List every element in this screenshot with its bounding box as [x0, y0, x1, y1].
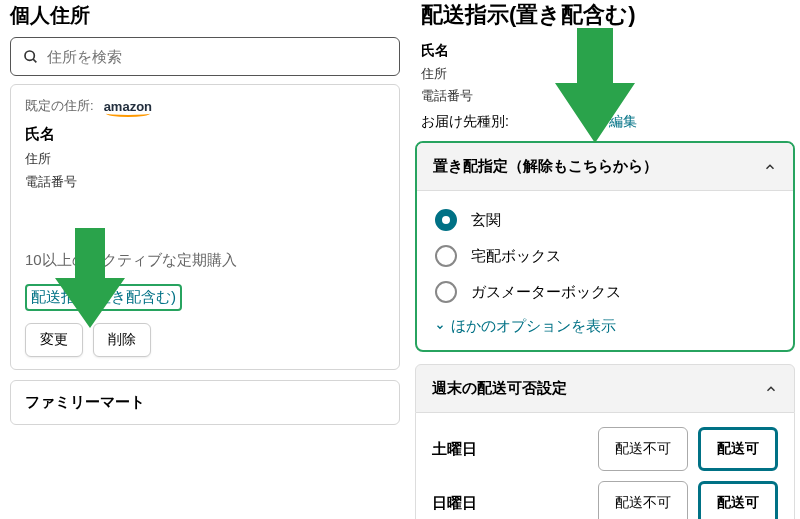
radio-label: 玄関 [471, 211, 501, 230]
radio-icon [435, 281, 457, 303]
left-panel: 個人住所 既定の住所: amazon 氏名 住所 電話番号 10以上のアクティブ… [10, 2, 400, 425]
edit-link[interactable]: 編集 [609, 113, 637, 131]
chevron-up-icon [764, 382, 778, 396]
saturday-row: 土曜日 配送不可 配送可 [432, 427, 778, 471]
change-button[interactable]: 変更 [25, 323, 83, 357]
customer-name: 氏名 [25, 125, 385, 144]
store-card[interactable]: ファミリーマート [10, 380, 400, 425]
radio-option-gasmeter[interactable]: ガスメーターボックス [435, 281, 775, 303]
radio-icon [435, 209, 457, 231]
personal-address-title: 個人住所 [10, 2, 400, 29]
delivery-instructions-title: 配送指示(置き配含む) [415, 0, 795, 30]
search-icon [23, 49, 39, 65]
saturday-label: 土曜日 [432, 440, 477, 459]
more-options-label: ほかのオプションを表示 [451, 317, 616, 336]
search-box[interactable] [10, 37, 400, 76]
phone-info: 電話番号 [421, 87, 789, 105]
more-options-link[interactable]: ほかのオプションを表示 [435, 317, 775, 336]
delivery-type-label: お届け先種別: [421, 113, 509, 131]
chevron-up-icon [763, 160, 777, 174]
default-address-row: 既定の住所: amazon [25, 97, 385, 115]
name-label: 氏名 [421, 42, 789, 60]
weekend-header[interactable]: 週末の配送可否設定 [415, 364, 795, 413]
subscription-line: 10以上のアクティブな定期購入 [25, 251, 385, 270]
sunday-row: 日曜日 配送不可 配送可 [432, 481, 778, 519]
weekend-title: 週末の配送可否設定 [432, 379, 567, 398]
delivery-type-row: お届け先種別: 編集 [421, 113, 795, 131]
radio-option-genkan[interactable]: 玄関 [435, 209, 775, 231]
radio-label: ガスメーターボックス [471, 283, 621, 302]
sunday-label: 日曜日 [432, 494, 477, 513]
sunday-toggle: 配送不可 配送可 [598, 481, 778, 519]
chevron-down-icon [435, 322, 445, 332]
right-panel: 配送指示(置き配含む) 氏名 住所 電話番号 お届け先種別: 編集 置き配指定（… [415, 0, 795, 519]
button-row: 変更 削除 [25, 323, 385, 357]
okihai-accordion: 置き配指定（解除もこちらから） 玄関 宅配ボックス ガスメーターボックス ほかの… [415, 141, 795, 352]
default-label: 既定の住所: [25, 97, 94, 115]
radio-icon [435, 245, 457, 267]
info-block: 氏名 住所 電話番号 [415, 42, 795, 105]
delivery-instructions-link[interactable]: 配送指示(置き配含む) [25, 284, 182, 311]
radio-option-takuhai[interactable]: 宅配ボックス [435, 245, 775, 267]
store-name: ファミリーマート [25, 393, 145, 410]
amazon-logo: amazon [104, 99, 152, 114]
delete-button[interactable]: 削除 [93, 323, 151, 357]
weekend-body: 土曜日 配送不可 配送可 日曜日 配送不可 配送可 [415, 413, 795, 519]
address-line: 住所 [25, 150, 385, 168]
sat-yes-button[interactable]: 配送可 [698, 427, 778, 471]
svg-line-1 [33, 59, 36, 62]
okihai-body: 玄関 宅配ボックス ガスメーターボックス ほかのオプションを表示 [417, 191, 793, 350]
sat-no-button[interactable]: 配送不可 [598, 427, 688, 471]
search-input[interactable] [47, 48, 387, 65]
svg-point-0 [25, 51, 34, 60]
saturday-toggle: 配送不可 配送可 [598, 427, 778, 471]
radio-label: 宅配ボックス [471, 247, 561, 266]
okihai-header[interactable]: 置き配指定（解除もこちらから） [417, 143, 793, 191]
phone-line: 電話番号 [25, 173, 385, 191]
address-card: 既定の住所: amazon 氏名 住所 電話番号 10以上のアクティブな定期購入… [10, 84, 400, 370]
sun-yes-button[interactable]: 配送可 [698, 481, 778, 519]
address-info: 住所 [421, 65, 789, 83]
sun-no-button[interactable]: 配送不可 [598, 481, 688, 519]
okihai-title: 置き配指定（解除もこちらから） [433, 157, 658, 176]
